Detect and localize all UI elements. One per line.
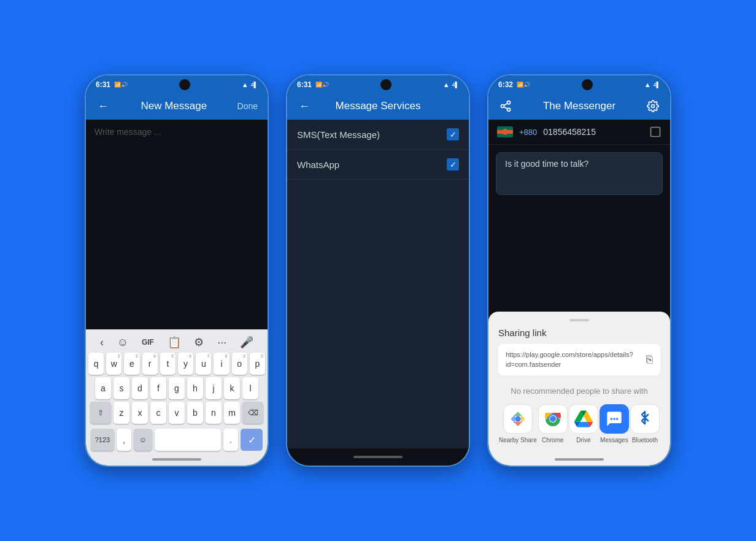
kb-key-v[interactable]: v [169,402,185,424]
kb-key-x[interactable]: x [132,402,148,424]
share-app-nearby[interactable]: Nearby Share [499,404,537,443]
home-indicator-3 [555,458,604,461]
page-title-3: The Messenger [513,100,646,112]
phone-1: 6:31 📶🔊 ▲ 4▌ ← New Message Done Write me… [85,74,269,467]
kb-key-s[interactable]: s [114,377,129,399]
kb-emoji-key[interactable]: ☺ [134,429,152,451]
bluetooth-label: Bluetooth [632,437,658,443]
kb-gif-button[interactable]: GIF [142,338,154,347]
kb-key-q[interactable]: q [88,353,104,375]
camera-notch-2 [380,79,392,90]
kb-key-g[interactable]: g [169,377,185,399]
message-area: Is it good time to talk? [488,145,670,312]
message-bubble: Is it good time to talk? [496,152,663,195]
kb-key-d[interactable]: d [132,377,148,399]
top-bar-1: ← New Message Done [86,93,268,120]
kb-mic-icon[interactable]: 🎤 [240,336,253,349]
service-whatsapp[interactable]: WhatsApp ✓ [287,150,469,180]
settings-icon-btn[interactable] [646,99,660,113]
nearby-share-icon [503,404,533,434]
kb-key-l[interactable]: l [242,377,258,399]
status-icons-right-2: ▲ 4▌ [443,81,459,88]
copy-icon[interactable]: ⎘ [646,353,653,366]
share-app-messages[interactable]: Messages [600,404,629,443]
bluetooth-icon [630,404,660,434]
country-code: +880 [519,128,537,137]
svg-line-3 [504,107,507,109]
share-app-bluetooth[interactable]: Bluetooth [630,404,660,443]
home-indicator-1 [152,458,201,461]
service-sms-label: SMS(Text Message) [297,129,380,140]
back-button-2[interactable]: ← [297,99,312,113]
home-indicator-2 [353,456,403,458]
kb-key-y[interactable]: y6 [178,353,193,375]
message-placeholder: Write message ... [94,127,161,137]
kb-key-b[interactable]: b [187,402,203,424]
kb-key-i[interactable]: i8 [214,353,229,375]
svg-point-0 [507,101,511,104]
share-icon-btn[interactable] [498,99,513,113]
message-text: Is it good time to talk? [505,159,588,169]
share-apps: Nearby Share [498,404,660,443]
kb-settings-icon[interactable]: ⚙ [194,336,204,349]
phone-2: 6:31 📶🔊 ▲ 4▌ ← Message Services SMS(Text… [286,74,470,467]
kb-space-key[interactable] [155,429,221,451]
kb-back-icon[interactable]: ‹ [100,336,104,349]
svg-rect-6 [651,128,660,137]
gear-icon [647,100,659,112]
status-icons-right-3: ▲ 4▌ [644,81,660,88]
kb-clipboard-icon[interactable]: 📋 [168,336,181,349]
page-title-1: New Message [110,100,237,112]
kb-period-key[interactable]: . [223,429,238,451]
kb-more-icon[interactable]: ··· [217,336,226,349]
camera-notch-3 [582,79,593,90]
kb-key-u[interactable]: u7 [196,353,211,375]
done-button-1[interactable]: Done [237,101,258,111]
kb-key-m[interactable]: m [224,402,240,424]
no-people-text: No recommended people to share with [498,383,660,404]
kb-send-button[interactable]: ✓ [241,429,263,451]
kb-shift-key[interactable]: ⇧ [90,402,111,424]
kb-key-j[interactable]: j [206,377,222,399]
messages-icon [600,404,629,434]
kb-key-h[interactable]: h [187,377,203,399]
kb-key-c[interactable]: c [150,402,166,424]
kb-key-k[interactable]: k [224,377,240,399]
keyboard-toolbar: ‹ ☺ GIF 📋 ⚙ ··· 🎤 [88,333,265,353]
phone3-content: +880 01856458215 Is it good time to talk… [488,120,670,453]
top-bar-3: The Messenger [488,93,670,120]
kb-backspace-key[interactable]: ⌫ [242,402,263,424]
back-button-1[interactable]: ← [96,99,110,113]
message-input[interactable]: Write message ... [86,120,268,329]
share-title: Sharing link [498,328,660,338]
svg-point-12 [610,418,612,420]
kb-key-r[interactable]: r4 [142,353,158,375]
kb-key-t[interactable]: t5 [160,353,176,375]
kb-comma-key[interactable]: , [117,429,131,451]
kb-key-a[interactable]: a [95,377,111,399]
kb-key-e[interactable]: e3 [124,353,139,375]
share-icon [500,100,512,112]
kb-num-key[interactable]: ?123 [91,429,114,451]
svg-point-14 [616,418,619,420]
kb-key-p[interactable]: p0 [250,353,265,375]
status-bar-2: 6:31 📶🔊 ▲ 4▌ [287,75,469,93]
whatsapp-checkbox[interactable]: ✓ [447,158,459,171]
time-3: 6:32 [498,80,513,89]
status-bar-1: 6:31 📶🔊 ▲ 4▌ [86,75,268,93]
kb-key-n[interactable]: n [206,402,222,424]
kb-key-w[interactable]: w2 [106,353,122,375]
share-app-drive[interactable]: Drive [569,404,598,443]
kb-key-o[interactable]: o9 [232,353,247,375]
share-app-chrome[interactable]: Chrome [538,404,568,443]
sms-checkbox[interactable]: ✓ [447,128,459,140]
kb-row-2: a s d f g h j k l [88,377,265,399]
contact-bar: +880 01856458215 [488,120,670,145]
share-sheet: Sharing link https://play.google.com/sto… [488,312,670,453]
home-bar-3 [488,453,670,466]
kb-emoji-icon[interactable]: ☺ [117,336,128,349]
kb-key-z[interactable]: z [114,402,129,424]
svg-point-1 [501,105,504,108]
kb-key-f[interactable]: f [150,377,166,399]
service-sms[interactable]: SMS(Text Message) ✓ [287,120,469,150]
